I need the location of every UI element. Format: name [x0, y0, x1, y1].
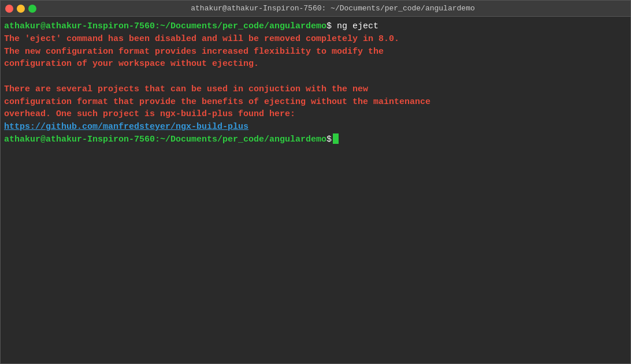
output-line-4 — [4, 70, 627, 83]
titlebar: athakur@athakur-Inspiron-7560: ~/Documen… — [1, 1, 630, 17]
prompt-user: athakur@athakur-Inspiron-7560 — [4, 20, 155, 33]
titlebar-title: athakur@athakur-Inspiron-7560: ~/Documen… — [40, 4, 626, 13]
terminal-content: athakur@athakur-Inspiron-7560 :~/Documen… — [4, 20, 627, 146]
output-line-7: overhead. One such project is ngx-build-… — [4, 108, 627, 121]
command-line: athakur@athakur-Inspiron-7560 :~/Documen… — [4, 20, 627, 33]
terminal-cursor — [333, 133, 339, 144]
terminal-body[interactable]: athakur@athakur-Inspiron-7560 :~/Documen… — [1, 17, 630, 363]
prompt-path: :~/Documents/per_code/angulardemo — [155, 20, 326, 33]
close-button[interactable] — [5, 5, 13, 13]
output-line-3: configuration of your workspace without … — [4, 58, 627, 70]
minimize-button[interactable] — [17, 5, 25, 13]
command-text: $ ng eject — [326, 20, 378, 33]
output-line-1: The 'eject' command has been disabled an… — [4, 33, 627, 46]
output-link[interactable]: https://github.com/manfredsteyer/ngx-bui… — [4, 121, 627, 133]
output-line-2: The new configuration format provides in… — [4, 46, 627, 58]
final-prompt-path: :~/Documents/per_code/angulardemo — [155, 133, 326, 146]
terminal-window: athakur@athakur-Inspiron-7560: ~/Documen… — [0, 0, 631, 364]
output-line-5: There are several projects that can be u… — [4, 83, 627, 96]
final-command-text: $ — [326, 133, 332, 146]
final-prompt-user: athakur@athakur-Inspiron-7560 — [4, 133, 155, 146]
final-command-line: athakur@athakur-Inspiron-7560 :~/Documen… — [4, 133, 627, 146]
maximize-button[interactable] — [28, 5, 36, 13]
output-line-6: configuration format that provide the be… — [4, 96, 627, 109]
